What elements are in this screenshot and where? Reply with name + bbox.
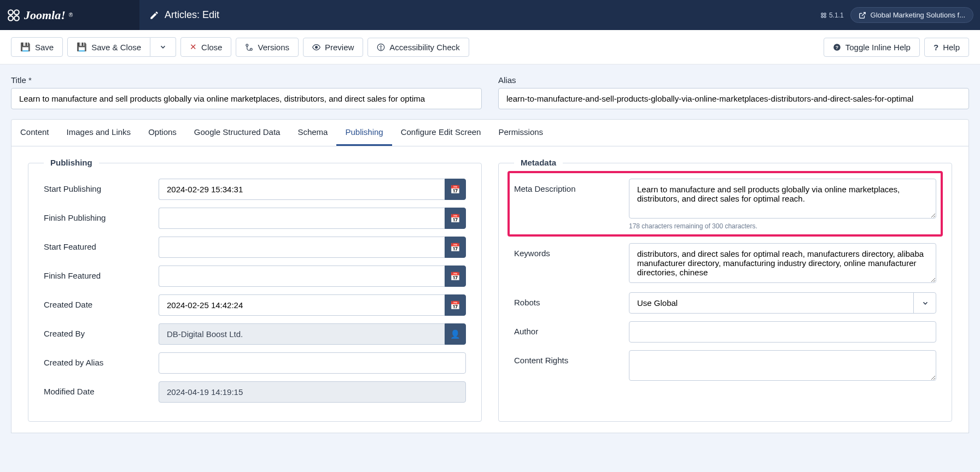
alias-input[interactable]	[498, 88, 969, 109]
tab-options[interactable]: Options	[139, 120, 185, 146]
title-input[interactable]	[11, 88, 482, 109]
start-featured-input[interactable]	[159, 237, 445, 258]
created-date-label: Created Date	[44, 294, 159, 309]
rights-label: Content Rights	[514, 350, 629, 365]
finish-featured-row: Finish Featured 📅	[44, 266, 466, 287]
save-close-dropdown[interactable]	[150, 37, 176, 57]
title-alias-row: Title * Alias	[11, 75, 969, 109]
external-link-icon	[859, 11, 866, 19]
tab-content[interactable]: Content	[11, 120, 58, 146]
start-featured-label: Start Featured	[44, 237, 159, 251]
meta-desc-label: Meta Description	[514, 179, 629, 193]
finish-featured-label: Finish Featured	[44, 266, 159, 280]
author-input[interactable]	[629, 321, 936, 343]
metadata-fieldset: Metadata Meta Description 178 characters…	[498, 163, 952, 422]
finish-featured-input[interactable]	[159, 266, 445, 287]
start-featured-calendar-button[interactable]: 📅	[445, 237, 466, 258]
user-icon: 👤	[450, 329, 460, 339]
meta-desc-hint: 178 characters remaining of 300 characte…	[629, 222, 936, 230]
title-label: Title *	[11, 75, 482, 85]
branch-icon	[245, 43, 253, 51]
close-button[interactable]: ✕Close	[180, 37, 231, 57]
created-by-row: Created By 👤	[44, 323, 466, 345]
finish-publishing-calendar-button[interactable]: 📅	[445, 208, 466, 229]
keywords-textarea[interactable]	[629, 243, 936, 283]
toolbar: 💾Save 💾Save & Close ✕Close Versions Prev…	[0, 30, 980, 64]
brand-logo[interactable]: Joomla! ®	[7, 8, 73, 22]
save-close-button[interactable]: 💾Save & Close	[67, 37, 150, 57]
topbar: Joomla! ® Articles: Edit 5.1.1 Global Ma…	[0, 0, 980, 30]
start-publishing-label: Start Publishing	[44, 179, 159, 193]
svg-point-5	[824, 13, 826, 15]
alias-label: Alias	[498, 75, 969, 85]
start-publishing-calendar-button[interactable]: 📅	[445, 179, 466, 200]
brand-text: Joomla!	[24, 8, 66, 22]
created-by-user-button[interactable]: 👤	[445, 323, 466, 345]
meta-desc-highlight: Meta Description 178 characters remainin…	[508, 171, 943, 237]
save-icon: 💾	[77, 42, 87, 52]
finish-featured-calendar-button[interactable]: 📅	[445, 266, 466, 287]
accessibility-button[interactable]: Accessibility Check	[368, 38, 469, 57]
finish-publishing-input[interactable]	[159, 208, 445, 229]
version-badge[interactable]: 5.1.1	[820, 11, 844, 19]
publishing-fieldset: Publishing Start Publishing 📅 Finish Pub…	[28, 163, 482, 422]
toggle-help-button[interactable]: ?Toggle Inline Help	[824, 38, 920, 57]
meta-desc-textarea[interactable]	[629, 179, 936, 219]
calendar-icon: 📅	[450, 300, 460, 310]
tab-publishing[interactable]: Publishing	[336, 120, 392, 146]
versions-button[interactable]: Versions	[236, 38, 299, 57]
preview-button[interactable]: Preview	[303, 38, 363, 57]
created-date-input[interactable]	[159, 294, 445, 316]
created-by-alias-label: Created by Alias	[44, 352, 159, 367]
created-date-calendar-button[interactable]: 📅	[445, 294, 466, 316]
svg-point-6	[821, 15, 824, 17]
tabbar: Content Images and Links Options Google …	[11, 119, 969, 146]
modified-date-row: Modified Date	[44, 381, 466, 403]
eye-icon	[312, 43, 320, 51]
save-button[interactable]: 💾Save	[11, 37, 63, 57]
metadata-legend: Metadata	[514, 158, 563, 167]
joomla-small-icon	[820, 12, 827, 19]
page-title: Articles: Edit	[165, 9, 219, 21]
tab-google-structured-data[interactable]: Google Structured Data	[185, 120, 289, 146]
question-icon: ?	[934, 43, 938, 52]
finish-publishing-label: Finish Publishing	[44, 208, 159, 222]
start-publishing-input[interactable]	[159, 179, 445, 200]
topbar-right: 5.1.1 Global Marketing Solutions f...	[820, 7, 980, 23]
finish-publishing-row: Finish Publishing 📅	[44, 208, 466, 229]
topbar-left: Joomla! ®	[0, 0, 139, 30]
tab-schema[interactable]: Schema	[289, 120, 336, 146]
created-by-alias-input[interactable]	[159, 352, 466, 374]
help-button[interactable]: ?Help	[924, 38, 969, 57]
modified-date-label: Modified Date	[44, 381, 159, 396]
keywords-label: Keywords	[514, 243, 629, 258]
site-link-button[interactable]: Global Marketing Solutions f...	[850, 7, 973, 23]
svg-point-9	[250, 48, 253, 50]
calendar-icon: 📅	[450, 272, 460, 281]
svg-point-4	[821, 13, 824, 15]
svg-point-10	[316, 46, 318, 48]
svg-point-3	[14, 16, 19, 21]
created-by-input[interactable]	[159, 323, 445, 345]
question-circle-icon: ?	[833, 43, 841, 51]
tab-permissions[interactable]: Permissions	[489, 120, 552, 146]
created-date-row: Created Date 📅	[44, 294, 466, 316]
svg-point-8	[246, 44, 248, 46]
modified-date-input	[159, 381, 466, 403]
svg-point-1	[14, 10, 19, 15]
created-by-label: Created By	[44, 323, 159, 338]
close-icon: ✕	[190, 42, 197, 52]
tab-configure-edit-screen[interactable]: Configure Edit Screen	[392, 120, 490, 146]
svg-point-12	[381, 45, 382, 46]
pencil-icon	[149, 10, 159, 20]
rights-textarea[interactable]	[629, 350, 936, 381]
chevron-down-icon	[159, 43, 167, 51]
svg-point-2	[8, 16, 13, 21]
robots-select[interactable]	[629, 292, 936, 314]
save-icon: 💾	[20, 42, 31, 52]
tab-images-links[interactable]: Images and Links	[58, 120, 140, 146]
start-publishing-row: Start Publishing 📅	[44, 179, 466, 200]
calendar-icon: 📅	[450, 243, 460, 252]
rights-row: Content Rights	[514, 350, 936, 382]
save-close-group: 💾Save & Close	[67, 37, 176, 57]
